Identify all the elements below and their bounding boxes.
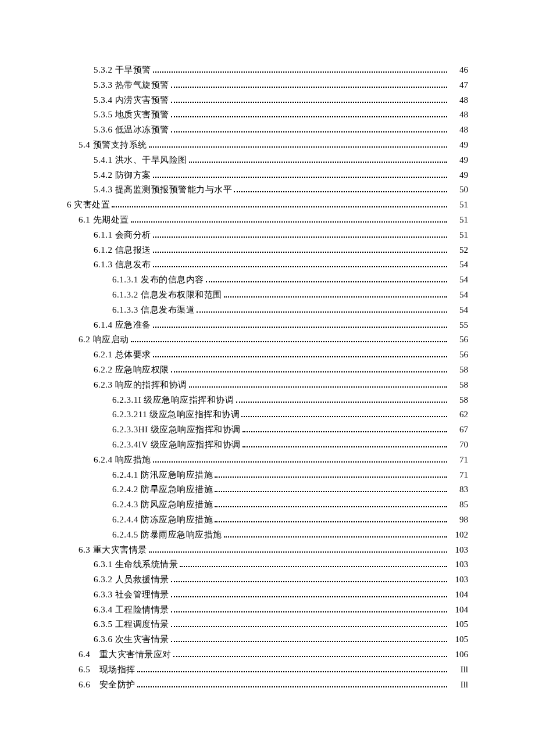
toc-entry[interactable]: 6.2.3.211 级应急响应指挥和协调62 [67, 407, 468, 422]
toc-leader-dots [131, 341, 448, 342]
toc-entry[interactable]: 6.1.4 应急准备55 [67, 318, 468, 333]
toc-entry-label: 6.1.3.2 信息发布权限和范围 [112, 288, 222, 303]
toc-entry-label: 5.3.4 内涝灾害预警 [94, 93, 169, 108]
toc-entry[interactable]: 6.1.3.1 发布的信息内容54 [67, 273, 468, 288]
toc-entry-page: 105 [449, 617, 468, 632]
toc-entry-label: 6.1 先期处置 [79, 213, 129, 228]
toc-entry[interactable]: 6.3.5 工程调度情景105 [67, 617, 468, 632]
toc-entry[interactable]: 6.2 响应启动56 [67, 332, 468, 347]
toc-entry[interactable]: 6.3.4 工程险情情景104 [67, 603, 468, 618]
toc-entry[interactable]: 6.3 重大灾害情景103 [67, 543, 468, 558]
toc-leader-dots [189, 162, 447, 163]
toc-entry-page: 104 [449, 587, 468, 603]
toc-entry[interactable]: 6.1.1 会商分析51 [67, 228, 468, 243]
toc-entry[interactable]: 6.2.3.1I 级应急响应指挥和协调58 [67, 393, 468, 408]
toc-entry[interactable]: 6.1.3.2 信息发布权限和范围54 [67, 288, 468, 303]
toc-leader-dots [171, 626, 447, 627]
toc-entry[interactable]: 5.4.3 提高监测预报预警能力与水平50 [67, 182, 468, 198]
toc-entry[interactable]: 6.5 现场指挥Ill [67, 662, 468, 678]
toc-entry-label: 6.2.4.1 防汛应急响应措施 [112, 468, 213, 483]
toc-entry[interactable]: 6.2.4.5 防暴雨应急响应措施102 [67, 528, 468, 543]
toc-entry-page: 104 [449, 603, 468, 618]
toc-leader-dots [171, 116, 447, 117]
toc-entry-page: 48 [449, 93, 468, 108]
toc-entry[interactable]: 6.4 重大灾害情景应对106 [67, 647, 468, 662]
toc-entry-page: 98 [449, 513, 468, 528]
toc-leader-dots [137, 671, 447, 672]
toc-leader-dots [153, 327, 447, 328]
toc-entry-label: 5.4 预警支持系统 [79, 138, 147, 153]
toc-entry-page: 48 [449, 108, 468, 123]
toc-leader-dots [215, 521, 447, 522]
toc-leader-dots [149, 146, 448, 148]
toc-entry-label: 6.2.4.2 防旱应急响应措施 [112, 482, 213, 497]
toc-leader-dots [153, 252, 447, 253]
toc-entry[interactable]: 5.3.6 低温冰冻预警48 [67, 123, 468, 138]
toc-entry-page: 102 [449, 528, 468, 543]
toc-entry-label: 5.4.2 防御方案 [94, 168, 151, 183]
toc-entry-page: 46 [449, 63, 468, 78]
toc-entry-page: 106 [449, 647, 468, 662]
toc-entry-page: 58 [449, 378, 468, 393]
toc-entry[interactable]: 6.2.4.1 防汛应急响应措施71 [67, 468, 468, 483]
toc-entry[interactable]: 6.2.2 应急响应权限58 [67, 363, 468, 378]
toc-entry[interactable]: 6.1.3.3 信息发布渠道54 [67, 303, 468, 318]
toc-entry-label: 5.3.5 地质灾害预警 [94, 108, 169, 123]
toc-entry-label: 6.2.4 响应措施 [94, 453, 151, 468]
toc-entry[interactable]: 5.4 预警支持系统49 [67, 138, 468, 153]
toc-entry[interactable]: 6.2.3 响应的指挥和协调58 [67, 378, 468, 393]
toc-entry[interactable]: 6.1.3 信息发布54 [67, 257, 468, 273]
toc-entry-label: 6.1.3.1 发布的信息内容 [112, 273, 204, 288]
toc-leader-dots [153, 237, 447, 238]
toc-entry[interactable]: 6.6 安全防护Ill [67, 678, 468, 693]
toc-entry[interactable]: 5.3.4 内涝灾害预警48 [67, 93, 468, 108]
toc-leader-dots [171, 596, 447, 597]
toc-entry[interactable]: 5.4.1 洪水、干旱风险图49 [67, 153, 468, 168]
toc-entry[interactable]: 6.3.3 社会管理情景104 [67, 587, 468, 603]
toc-entry-label: 6.3.4 工程险情情景 [94, 603, 169, 618]
table-of-contents: 5.3.2 干旱预警465.3.3 热带气旋预警475.3.4 内涝灾害预警48… [67, 63, 468, 692]
toc-entry[interactable]: 5.3.3 热带气旋预警47 [67, 78, 468, 93]
toc-entry[interactable]: 6.3.1 生命线系统情景103 [67, 557, 468, 572]
toc-entry-label: 6.3.1 生命线系统情景 [94, 557, 178, 572]
toc-entry-label: 6.1.3.3 信息发布渠道 [112, 303, 195, 318]
toc-leader-dots [171, 611, 447, 612]
toc-leader-dots [137, 686, 447, 687]
toc-entry[interactable]: 6.1 先期处置51 [67, 213, 468, 228]
toc-entry-page: 105 [449, 632, 468, 647]
toc-leader-dots [153, 71, 447, 73]
toc-entry-page: 58 [449, 363, 468, 378]
toc-entry[interactable]: 6.3.2 人员救援情景103 [67, 572, 468, 587]
toc-leader-dots [242, 446, 447, 447]
toc-entry-label: 6.5 现场指挥 [79, 662, 135, 678]
toc-entry[interactable]: 6.2.4.2 防旱应急响应措施83 [67, 482, 468, 497]
toc-entry-page: 47 [449, 78, 468, 93]
toc-leader-dots [171, 102, 447, 103]
toc-entry[interactable]: 6.3.6 次生灾害情景105 [67, 632, 468, 647]
toc-entry[interactable]: 6.2.4 响应措施71 [67, 453, 468, 468]
toc-leader-dots [131, 221, 448, 223]
toc-leader-dots [171, 131, 447, 132]
toc-entry-label: 6.1.1 会商分析 [94, 228, 151, 243]
toc-entry-label: 6.2.4.4 防冻应急响应措施 [112, 513, 213, 528]
toc-entry-page: 103 [449, 557, 468, 572]
toc-entry[interactable]: 5.4.2 防御方案49 [67, 168, 468, 183]
toc-entry-page: 103 [449, 572, 468, 587]
toc-entry-label: 6.1.4 应急准备 [94, 318, 151, 333]
toc-entry-label: 5.3.3 热带气旋预警 [94, 78, 169, 93]
toc-entry[interactable]: 6.2.1 总体要求56 [67, 347, 468, 363]
toc-entry[interactable]: 5.3.2 干旱预警46 [67, 63, 468, 78]
toc-entry-page: Ill [449, 662, 468, 678]
toc-entry-label: 6.3.6 次生灾害情景 [94, 632, 169, 647]
toc-entry[interactable]: 6.1.2 信息报送52 [67, 243, 468, 258]
toc-entry-page: 58 [449, 393, 468, 408]
toc-entry[interactable]: 6 灾害处置51 [67, 198, 468, 213]
toc-entry[interactable]: 6.2.3.4IV 级应急响应指挥和协调70 [67, 438, 468, 453]
toc-entry-label: 5.3.2 干旱预警 [94, 63, 151, 78]
toc-entry[interactable]: 6.2.3.3HI 级应急响应指挥和协调67 [67, 422, 468, 438]
toc-entry[interactable]: 6.2.4.3 防风应急响应措施85 [67, 497, 468, 513]
toc-entry[interactable]: 6.2.4.4 防冻应急响应措施98 [67, 513, 468, 528]
toc-entry-page: 83 [449, 482, 468, 497]
toc-leader-dots [215, 506, 447, 507]
toc-entry[interactable]: 5.3.5 地质灾害预警48 [67, 108, 468, 123]
